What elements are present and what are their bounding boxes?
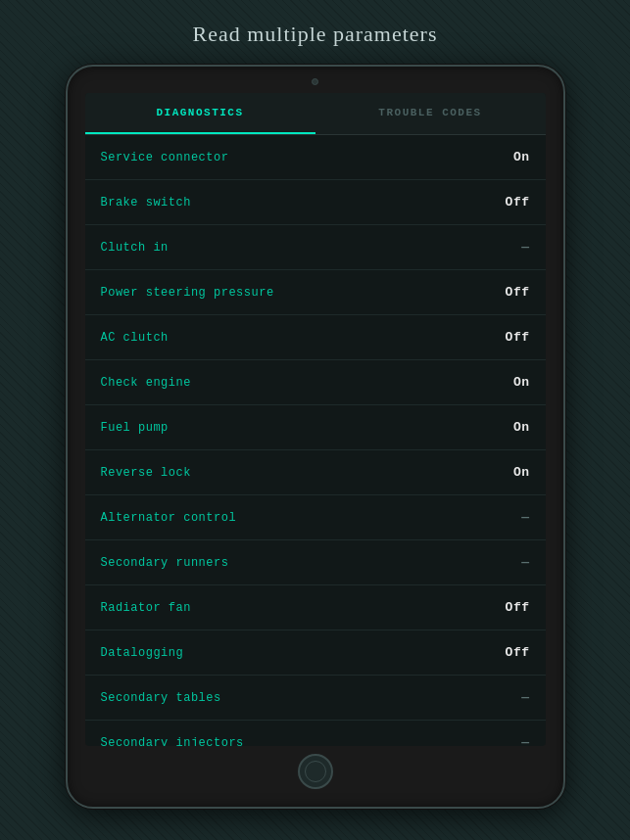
tab-bar: DIAGNOSTICS TROUBLE CODES [85, 93, 546, 135]
diag-value: On [501, 465, 530, 480]
table-row: DataloggingOff [85, 630, 546, 676]
diag-label: Brake switch [101, 196, 191, 210]
home-button-inner [305, 761, 326, 782]
diag-label: Radiator fan [101, 601, 191, 615]
page-title: Read multiple parameters [192, 22, 437, 47]
diag-label: Clutch in [101, 241, 169, 255]
diag-label: Check engine [101, 376, 191, 390]
diag-label: Secondary injectors [101, 736, 244, 747]
table-row: Check engineOn [85, 360, 546, 405]
table-row: Secondary runners— [85, 540, 546, 585]
diag-label: Alternator control [101, 511, 237, 525]
diag-label: Secondary runners [101, 556, 229, 570]
diag-label: Datalogging [101, 646, 184, 660]
diag-value: Off [501, 600, 530, 615]
diag-value: Off [501, 195, 530, 210]
table-row: Reverse lockOn [85, 450, 546, 495]
diag-value: — [501, 690, 530, 705]
table-row: Fuel pumpOn [85, 405, 546, 450]
diag-value: On [501, 150, 530, 164]
diag-label: Service connector [101, 151, 229, 164]
diag-value: — [501, 510, 530, 525]
home-button[interactable] [298, 754, 333, 789]
table-row: Clutch in— [85, 225, 546, 270]
tab-diagnostics[interactable]: DIAGNOSTICS [85, 93, 315, 134]
table-row: Service connectorOn [85, 135, 546, 180]
diag-value: Off [501, 645, 530, 660]
diag-value: Off [501, 330, 530, 345]
diag-label: AC clutch [101, 331, 169, 345]
diag-value: On [501, 420, 530, 435]
diag-label: Reverse lock [101, 466, 191, 480]
tab-trouble-codes[interactable]: TROUBLE CODES [315, 93, 546, 134]
table-row: Radiator fanOff [85, 585, 546, 630]
diag-label: Fuel pump [101, 421, 169, 435]
diag-value: Off [501, 285, 530, 300]
diagnostics-list[interactable]: Service connectorOnBrake switchOffClutch… [85, 135, 546, 746]
camera-dot [312, 78, 318, 85]
table-row: Brake switchOff [85, 180, 546, 225]
table-row: Power steering pressureOff [85, 270, 546, 315]
table-row: Secondary tables— [85, 676, 546, 721]
tablet-screen: DIAGNOSTICS TROUBLE CODES Service connec… [85, 93, 546, 746]
table-row: Alternator control— [85, 495, 546, 540]
diag-value: On [501, 375, 530, 390]
table-row: AC clutchOff [85, 315, 546, 360]
diag-label: Secondary tables [101, 691, 221, 705]
diag-value: — [501, 555, 530, 570]
tablet-frame: DIAGNOSTICS TROUBLE CODES Service connec… [66, 65, 565, 809]
diag-label: Power steering pressure [101, 286, 274, 300]
diag-value: — [501, 240, 530, 255]
table-row: Secondary injectors— [85, 721, 546, 746]
diag-value: — [501, 735, 530, 746]
